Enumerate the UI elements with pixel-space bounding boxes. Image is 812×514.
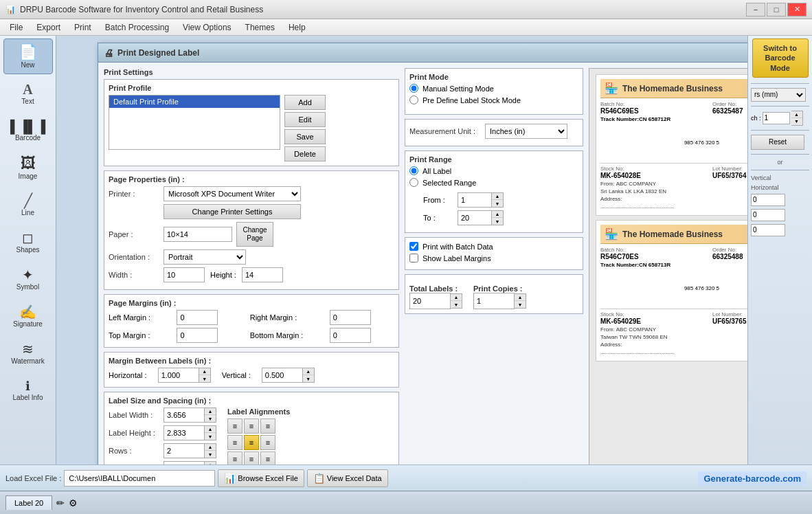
minimize-button[interactable]: − (746, 3, 765, 16)
width-input[interactable] (163, 267, 205, 282)
pencil-icon[interactable]: ✏ (56, 498, 65, 509)
rp-rows-up[interactable]: ▲ (791, 111, 802, 118)
total-spin-down[interactable]: ▼ (451, 301, 462, 308)
copies-spin-up[interactable]: ▲ (515, 294, 526, 301)
save-profile-button[interactable]: Save (284, 129, 326, 144)
view-excel-button[interactable]: 📋 View Excel Data (307, 469, 388, 487)
show-margins-row[interactable]: Show Label Margins (409, 254, 578, 262)
label-tab[interactable]: Label 20 (5, 495, 52, 510)
selected-range-radio-row[interactable]: Selected Range (409, 178, 578, 187)
to-spin-up[interactable]: ▲ (492, 211, 503, 218)
label-height-input[interactable] (163, 425, 205, 440)
rp-unit-select[interactable]: rs (mm) Inches (in) (751, 88, 806, 102)
lh-spin-up[interactable]: ▲ (205, 426, 216, 433)
label-width-input[interactable] (163, 407, 205, 423)
sidebar-item-shapes[interactable]: ◻ Shapes (3, 224, 53, 260)
from-spin-up[interactable]: ▲ (492, 193, 503, 200)
align-top-left[interactable]: ≡ (227, 418, 243, 434)
profile-item-default[interactable]: Default Print Profile (109, 96, 280, 108)
predefine-mode-radio-row[interactable]: Pre Define Label Stock Mode (409, 96, 578, 104)
menu-batch-processing[interactable]: Batch Processing (98, 21, 176, 34)
to-spin-down[interactable]: ▼ (492, 218, 503, 225)
print-batch-checkbox[interactable] (409, 242, 418, 251)
print-batch-row[interactable]: Print with Batch Data (409, 242, 578, 251)
menu-help[interactable]: Help (282, 21, 313, 34)
align-top-center[interactable]: ≡ (244, 418, 259, 434)
print-copies-input[interactable] (473, 293, 515, 309)
change-page-button[interactable]: Change Page (236, 222, 273, 247)
total-spin-up[interactable]: ▲ (451, 294, 462, 301)
switch-to-barcode-button[interactable]: Switch toBarcodeMode (752, 38, 809, 78)
to-input[interactable] (458, 210, 492, 225)
show-margins-checkbox[interactable] (409, 254, 418, 262)
vert-spin-up[interactable]: ▲ (303, 368, 314, 375)
rp-rows-input[interactable] (763, 112, 790, 124)
lh-spin-down[interactable]: ▼ (205, 433, 216, 440)
printer-select[interactable]: Microsoft XPS Document Writer (163, 186, 301, 201)
rp-rows-down[interactable]: ▼ (791, 118, 802, 125)
reset-button[interactable]: Reset (751, 135, 804, 150)
menu-view-options[interactable]: View Options (176, 21, 238, 34)
top-margin-input[interactable] (177, 328, 218, 343)
rows-spin-down[interactable]: ▼ (205, 451, 216, 458)
sidebar-item-text[interactable]: A Text (3, 76, 53, 111)
rows-input[interactable] (163, 443, 205, 458)
sidebar-item-signature[interactable]: ✍ Signature (3, 298, 53, 334)
profile-list[interactable]: Default Print Profile (109, 95, 280, 150)
align-bot-center[interactable]: ≡ (244, 451, 259, 465)
all-label-radio[interactable] (409, 166, 418, 175)
from-spin-down[interactable]: ▼ (492, 200, 503, 207)
menu-export[interactable]: Export (30, 21, 67, 34)
menu-print[interactable]: Print (67, 21, 98, 34)
vert-spin-down[interactable]: ▼ (303, 375, 314, 382)
menu-file[interactable]: File (3, 21, 30, 34)
lw-spin-down[interactable]: ▼ (205, 415, 216, 422)
predefine-mode-radio[interactable] (409, 96, 418, 104)
from-input[interactable] (458, 192, 492, 208)
color-input-2[interactable] (751, 209, 785, 221)
maximize-button[interactable]: □ (767, 3, 786, 16)
rows-spin-up[interactable]: ▲ (205, 444, 216, 451)
delete-profile-button[interactable]: Delete (284, 146, 326, 161)
color-input-3[interactable] (751, 224, 785, 236)
add-profile-button[interactable]: Add (284, 95, 326, 110)
align-bot-right[interactable]: ≡ (260, 451, 275, 465)
left-margin-input[interactable] (177, 310, 218, 325)
browse-excel-button[interactable]: 📊 Browse Excel File (218, 469, 304, 487)
total-labels-input[interactable] (409, 293, 451, 309)
paper-input[interactable] (163, 227, 232, 242)
align-mid-left[interactable]: ≡ (227, 435, 243, 450)
columns-input[interactable] (163, 461, 205, 465)
lw-spin-up[interactable]: ▲ (205, 408, 216, 415)
sidebar-item-labelinfo[interactable]: ℹ Label Info (3, 372, 53, 408)
bottom-margin-input[interactable] (330, 328, 371, 343)
all-label-radio-row[interactable]: All Label (409, 166, 578, 175)
color-input-1[interactable] (751, 194, 785, 206)
right-margin-input[interactable] (330, 310, 371, 325)
copies-spin-down[interactable]: ▼ (515, 301, 526, 308)
edit-profile-button[interactable]: Edit (284, 112, 326, 127)
sidebar-item-symbol[interactable]: ✦ Symbol (3, 261, 53, 297)
align-bot-left[interactable]: ≡ (227, 451, 243, 465)
horiz-spin-up[interactable]: ▲ (199, 368, 210, 375)
change-printer-button[interactable]: Change Printer Settings (163, 204, 301, 219)
manual-mode-radio[interactable] (409, 84, 418, 93)
align-mid-center[interactable]: ≡ (244, 435, 259, 450)
close-button[interactable]: ✕ (787, 3, 807, 16)
horiz-margin-input[interactable] (158, 368, 199, 383)
vert-margin-input[interactable] (262, 368, 303, 383)
manual-mode-radio-row[interactable]: Manual Setting Mode (409, 84, 578, 93)
menu-themes[interactable]: Themes (238, 21, 282, 34)
sidebar-item-barcode[interactable]: ▌▐▌▐ Barcode (3, 113, 53, 148)
align-top-right[interactable]: ≡ (260, 418, 275, 434)
align-mid-right[interactable]: ≡ (260, 435, 275, 450)
measurement-select[interactable]: Inches (in) Centimeters (cm) Millimeters… (485, 124, 567, 139)
sidebar-item-watermark[interactable]: ≋ Watermark (3, 335, 53, 371)
sidebar-item-line[interactable]: ╱ Line (3, 187, 53, 223)
sidebar-item-new[interactable]: 📄 New (3, 38, 53, 74)
selected-range-radio[interactable] (409, 178, 418, 187)
gear-status-icon[interactable]: ⚙ (69, 498, 78, 509)
sidebar-item-image[interactable]: 🖼 Image (3, 150, 53, 186)
cols-spin-up[interactable]: ▲ (205, 462, 216, 465)
horiz-spin-down[interactable]: ▼ (199, 375, 210, 382)
